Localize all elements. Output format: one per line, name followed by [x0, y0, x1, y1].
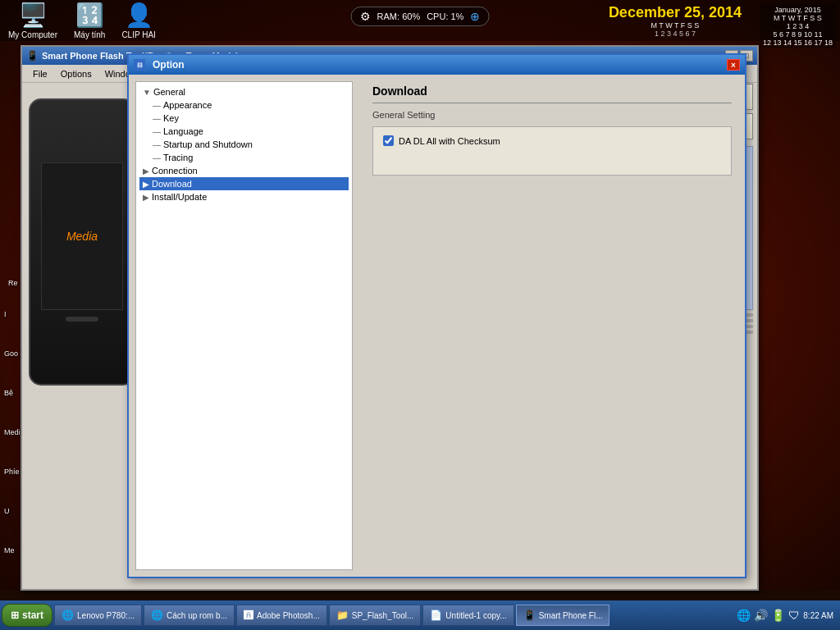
option-dialog-title: Option: [153, 59, 185, 71]
phone-home-button: [66, 317, 98, 322]
mini-cal-row2: 5 6 7 8 9 10 11: [763, 30, 833, 39]
settings-box: DA DL All with Checksum: [372, 126, 732, 176]
mini-cal-row3: 12 13 14 15 16 17 18: [763, 39, 833, 47]
option-dialog-close-button[interactable]: ×: [727, 59, 740, 71]
option-dialog: ⊟ Option × ▼ General — Appearance — Key: [127, 53, 746, 578]
day-row: M T W T F S S: [609, 21, 742, 30]
tray-sound-icon: 🔊: [754, 609, 768, 622]
tree-item-startup-shutdown[interactable]: — Startup and Shutdown: [139, 138, 349, 151]
tree-item-connection[interactable]: ▶ Connection: [139, 164, 349, 177]
taskbar-task-lenovo[interactable]: 🌐 Lenovo P780:...: [54, 605, 142, 626]
install-tree-icon: ▶: [143, 193, 149, 202]
option-dialog-titlebar: ⊟ Option ×: [129, 55, 745, 75]
ram-label: RAM: 60%: [377, 11, 421, 21]
language-tree-icon: —: [153, 127, 161, 136]
task-lenovo-label: Lenovo P780:...: [77, 611, 135, 620]
task-lenovo-icon: 🌐: [62, 609, 74, 621]
tree-item-language[interactable]: — Language: [139, 125, 349, 138]
clip-hai-icon: 👤: [126, 2, 152, 29]
tree-item-download[interactable]: ▶ Download: [139, 177, 349, 190]
start-windows-icon: ⊞: [11, 609, 19, 621]
date-numbers: 1 2 3 4 5 6 7: [609, 30, 742, 38]
task-untitled-label: Untitled-1 copy...: [445, 611, 506, 620]
desktop-icon-clip-hai[interactable]: 👤 CLIP HAI: [121, 2, 156, 39]
option-dialog-icon: ⊟: [134, 59, 145, 71]
cpu-label: CPU: 1%: [427, 11, 463, 21]
task-cach-up-label: Cách up rom b...: [167, 611, 227, 620]
tree-item-install-label: Install/Update: [152, 192, 207, 202]
task-sp-flash-icon: 📁: [336, 609, 349, 621]
my-computer-icon: 🖥️: [20, 2, 46, 29]
menu-options[interactable]: Options: [54, 67, 98, 80]
option-dialog-body: ▼ General — Appearance — Key — Language …: [129, 75, 745, 577]
calculator-icon: 🔢: [76, 2, 103, 29]
system-monitor-icon: ⚙: [360, 10, 371, 23]
tree-item-appearance[interactable]: — Appearance: [139, 98, 349, 112]
main-window-icon: 📱: [26, 50, 39, 62]
system-monitor: ⚙ RAM: 60% CPU: 1% ⊕: [351, 7, 490, 26]
date-time-area: December 25, 2014 M T W T F S S 1 2 3 4 …: [609, 4, 742, 38]
task-smart-phone-label: Smart Phone Fl...: [539, 611, 603, 620]
tracing-tree-icon: —: [153, 153, 161, 162]
tray-security-icon: 🛡: [788, 609, 800, 622]
tree-item-general[interactable]: ▼ General: [139, 85, 349, 98]
start-label: start: [22, 609, 43, 621]
mini-cal-row1: 1 2 3 4: [763, 22, 833, 30]
download-tree-icon: ▶: [143, 180, 149, 189]
phone-display: Media: [29, 98, 135, 386]
tray-battery-icon: 🔋: [771, 609, 785, 622]
task-untitled-icon: 📄: [430, 609, 442, 621]
system-tray: 🌐 🔊 🔋 🛡 8:22 AM: [732, 609, 838, 622]
content-section-title: Download: [372, 84, 732, 103]
mini-cal-header: M T W T F S S: [763, 14, 833, 22]
menu-file[interactable]: File: [26, 67, 54, 80]
task-photoshop-label: Adobe Photosh...: [257, 611, 320, 620]
taskbar-task-smart-phone[interactable]: 📱 Smart Phone Fl...: [516, 605, 610, 626]
key-tree-icon: —: [153, 114, 161, 123]
desktop-top-icons: 🖥️ My Computer 🔢 Máy tính 👤 CLIP HAI: [8, 2, 156, 39]
tree-item-key[interactable]: — Key: [139, 112, 349, 125]
task-sp-flash-label: SP_Flash_Tool...: [352, 611, 414, 620]
desktop-icon-my-computer[interactable]: 🖥️ My Computer: [8, 2, 57, 39]
current-date: December 25, 2014: [609, 4, 742, 21]
tree-item-appearance-label: Appearance: [163, 100, 212, 110]
da-dl-label: DA DL All with Checksum: [399, 136, 500, 146]
desktop-top-bar: 🖥️ My Computer 🔢 Máy tính 👤 CLIP HAI ⚙ R…: [0, 0, 840, 41]
mini-cal-title: January, 2015: [763, 6, 833, 14]
tray-internet-icon: 🌐: [737, 609, 751, 622]
tree-item-tracing-label: Tracing: [163, 153, 193, 162]
appearance-tree-icon: —: [153, 101, 161, 110]
tree-item-download-label: Download: [152, 179, 192, 189]
taskbar-task-sp-flash[interactable]: 📁 SP_Flash_Tool...: [329, 605, 422, 626]
desktop-icon-may-tinh[interactable]: 🔢 Máy tính: [74, 2, 105, 39]
connection-tree-icon: ▶: [143, 167, 149, 176]
start-button[interactable]: ⊞ start: [2, 604, 52, 627]
option-title-area: ⊟ Option: [134, 59, 185, 71]
taskbar-task-untitled[interactable]: 📄 Untitled-1 copy...: [422, 605, 514, 626]
option-tree-panel: ▼ General — Appearance — Key — Language …: [135, 81, 353, 570]
tree-item-install-update[interactable]: ▶ Install/Update: [139, 190, 349, 203]
task-photoshop-icon: 🅰: [244, 609, 253, 621]
tree-item-language-label: Language: [163, 126, 203, 136]
taskbar-bottom: ⊞ start 🌐 Lenovo P780:... 🌐 Cách up rom …: [0, 600, 840, 630]
tree-item-startup-label: Startup and Shutdown: [163, 139, 253, 149]
tree-item-tracing[interactable]: — Tracing: [139, 151, 349, 164]
tray-time: 8:22 AM: [803, 611, 833, 620]
tree-item-general-label: General: [153, 87, 185, 97]
da-dl-checkbox-row: DA DL All with Checksum: [383, 135, 721, 146]
startup-tree-icon: —: [153, 140, 161, 149]
tree-item-key-label: Key: [163, 113, 179, 123]
phone-screen: Media: [41, 162, 123, 310]
general-collapse-icon: ▼: [143, 88, 151, 97]
tree-item-connection-label: Connection: [152, 166, 198, 176]
mini-calendar: January, 2015 M T W T F S S 1 2 3 4 5 6 …: [760, 4, 836, 48]
option-content-panel: Download General Setting DA DL All with …: [359, 75, 745, 577]
taskbar-task-cach-up[interactable]: 🌐 Cách up rom b...: [144, 605, 235, 626]
task-smart-phone-icon: 📱: [523, 609, 536, 621]
general-setting-label: General Setting: [372, 110, 732, 120]
da-dl-checkbox[interactable]: [383, 135, 394, 146]
taskbar-task-photoshop[interactable]: 🅰 Adobe Photosh...: [236, 605, 327, 626]
task-cach-up-icon: 🌐: [151, 609, 163, 621]
add-icon: ⊕: [470, 10, 480, 23]
